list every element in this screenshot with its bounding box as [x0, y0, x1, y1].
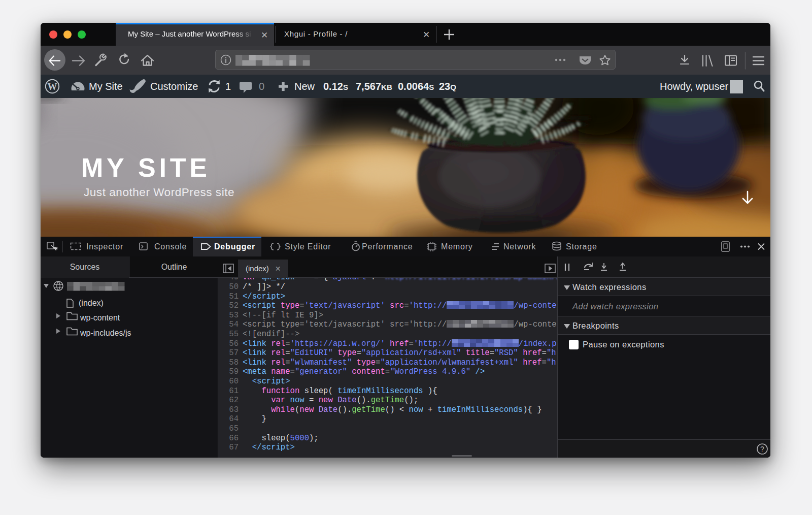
- svg-text:W: W: [48, 81, 57, 92]
- svg-text:?: ?: [760, 445, 764, 453]
